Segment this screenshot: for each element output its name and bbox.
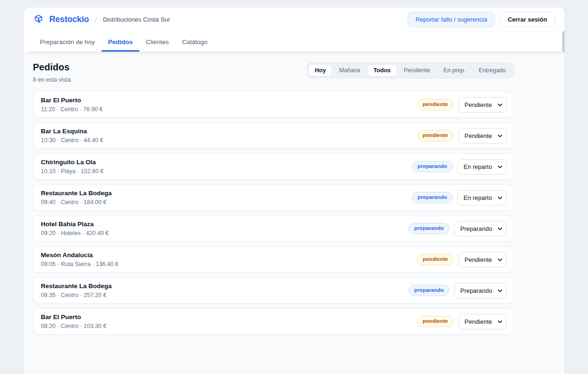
status-badge: preparando — [409, 223, 449, 234]
order-card: Restaurante La Bodega 08:35 · Centro · 2… — [33, 277, 514, 304]
logout-button[interactable]: Cerrar sesión — [500, 12, 555, 27]
order-card: Bar El Puerto 08:20 · Centro · 103.30 € … — [33, 308, 514, 335]
status-select[interactable]: Preparando — [454, 221, 507, 237]
status-select-wrap: Pendiente — [458, 314, 507, 329]
app-container: Restockio / Distribuciones Costa Sur Rep… — [23, 8, 565, 374]
order-actions: pendiente Pendiente — [417, 252, 507, 267]
status-select-wrap: Pendiente — [458, 128, 507, 144]
order-meta: 09:20 · Hoteles · 420.40 € — [41, 230, 109, 237]
status-badge: preparando — [409, 285, 449, 296]
order-info: Mesón Andalucía 09:05 · Ruta Sierra · 13… — [41, 252, 118, 267]
order-info: Bar El Puerto 11:20 · Centro · 76.90 € — [41, 97, 103, 113]
order-meta: 10:10 · Playa · 152.80 € — [41, 168, 103, 175]
order-actions: pendiente Pendiente — [417, 97, 507, 113]
brand-area: Restockio / Distribuciones Costa Sur — [33, 14, 170, 25]
orders-list: Bar El Puerto 11:20 · Centro · 76.90 € p… — [33, 92, 565, 335]
status-select-wrap: Preparando — [454, 221, 507, 237]
tab-clientes[interactable]: Clientes — [139, 32, 176, 52]
filter-entregado[interactable]: Entregado — [472, 64, 512, 76]
tab-catalogo[interactable]: Catálogo — [175, 32, 214, 52]
order-meta: 09:05 · Ruta Sierra · 136.40 € — [41, 261, 118, 267]
status-badge: pendiente — [417, 99, 454, 110]
order-info: Hotel Bahía Plaza 09:20 · Hoteles · 420.… — [41, 221, 109, 237]
status-badge: pendiente — [417, 254, 454, 265]
status-badge: preparando — [412, 161, 453, 172]
order-name: Chiringuito La Ola — [41, 159, 103, 166]
order-info: Chiringuito La Ola 10:10 · Playa · 152.8… — [41, 159, 103, 175]
order-actions: pendiente Pendiente — [417, 128, 507, 144]
order-actions: preparando Preparando — [409, 283, 507, 298]
status-select-wrap: Preparando — [454, 283, 507, 298]
status-badge: pendiente — [417, 316, 454, 327]
status-select-wrap: En reparto — [457, 159, 507, 175]
filter-pendiente[interactable]: Pendiente — [398, 64, 436, 76]
title-block: Pedidos 8 en esta vista — [33, 62, 71, 83]
order-info: Restaurante La Bodega 09:40 · Centro · 1… — [41, 190, 112, 206]
status-select[interactable]: Preparando — [454, 283, 507, 298]
tab-preparacion-de-hoy[interactable]: Preparación de hoy — [33, 32, 101, 52]
order-info: Bar La Esquina 10:30 · Centro · 44.40 € — [41, 128, 103, 144]
order-info: Restaurante La Bodega 08:35 · Centro · 2… — [41, 282, 112, 298]
status-select[interactable]: Pendiente — [458, 97, 507, 113]
order-name: Restaurante La Bodega — [41, 282, 112, 290]
filter-en-prep[interactable]: En prep. — [437, 64, 472, 76]
order-name: Hotel Bahía Plaza — [41, 221, 109, 228]
status-badge: pendiente — [417, 130, 454, 141]
order-name: Restaurante La Bodega — [41, 190, 112, 197]
filter-manana[interactable]: Mañana — [333, 64, 366, 76]
order-name: Bar El Puerto — [41, 313, 107, 321]
order-card: Bar El Puerto 11:20 · Centro · 76.90 € p… — [33, 92, 514, 118]
filter-bar: Hoy Mañana Todos Pendiente En prep. Entr… — [307, 62, 514, 78]
package-click-logo-icon — [33, 14, 44, 25]
page-header: Pedidos 8 en esta vista Hoy Mañana Todos… — [33, 62, 514, 83]
order-actions: pendiente Pendiente — [417, 314, 507, 329]
top-bar: Restockio / Distribuciones Costa Sur Rep… — [23, 8, 565, 32]
breadcrumb-organization: Distribuciones Costa Sur — [103, 16, 170, 23]
order-meta: 08:20 · Centro · 103.30 € — [41, 323, 107, 329]
status-select-wrap: Pendiente — [458, 252, 507, 267]
page-body: Pedidos 8 en esta vista Hoy Mañana Todos… — [23, 52, 565, 358]
status-select[interactable]: En reparto — [457, 159, 507, 175]
order-name: Bar La Esquina — [41, 128, 103, 135]
order-actions: preparando En reparto — [412, 159, 507, 175]
page-subtitle: 8 en esta vista — [33, 76, 71, 83]
status-select[interactable]: Pendiente — [458, 314, 507, 329]
report-issue-button[interactable]: Reportar fallo / sugerencia — [408, 12, 495, 27]
order-name: Mesón Andalucía — [41, 252, 118, 259]
order-meta: 09:40 · Centro · 184.00 € — [41, 199, 112, 206]
status-select[interactable]: Pendiente — [458, 128, 507, 144]
main-nav-tabs: Preparación de hoy Pedidos Clientes Catá… — [23, 32, 565, 52]
status-select-wrap: Pendiente — [458, 97, 507, 113]
order-info: Bar El Puerto 08:20 · Centro · 103.30 € — [41, 313, 107, 329]
order-actions: preparando En reparto — [412, 190, 507, 206]
order-meta: 10:30 · Centro · 44.40 € — [41, 137, 103, 144]
order-card: Mesón Andalucía 09:05 · Ruta Sierra · 13… — [33, 246, 514, 273]
scrollbar-thumb[interactable] — [562, 31, 565, 53]
status-select[interactable]: Pendiente — [458, 252, 507, 267]
order-card: Hotel Bahía Plaza 09:20 · Hoteles · 420.… — [33, 215, 514, 242]
order-card: Bar La Esquina 10:30 · Centro · 44.40 € … — [33, 122, 514, 149]
filter-todos[interactable]: Todos — [367, 64, 397, 76]
page-title: Pedidos — [33, 62, 71, 73]
tab-pedidos[interactable]: Pedidos — [101, 32, 139, 52]
status-select-wrap: En reparto — [457, 190, 507, 206]
order-card: Restaurante La Bodega 09:40 · Centro · 1… — [33, 184, 514, 211]
status-badge: preparando — [412, 192, 453, 203]
filter-hoy[interactable]: Hoy — [309, 64, 332, 76]
order-meta: 08:35 · Centro · 257.20 € — [41, 292, 112, 298]
status-select[interactable]: En reparto — [457, 190, 507, 206]
header-actions: Reportar fallo / sugerencia Cerrar sesió… — [408, 12, 555, 27]
order-name: Bar El Puerto — [41, 97, 103, 104]
order-card: Chiringuito La Ola 10:10 · Playa · 152.8… — [33, 153, 514, 180]
order-meta: 11:20 · Centro · 76.90 € — [41, 106, 103, 113]
brand-name[interactable]: Restockio — [49, 15, 89, 24]
order-actions: preparando Preparando — [409, 221, 507, 237]
breadcrumb-separator: / — [95, 16, 97, 23]
